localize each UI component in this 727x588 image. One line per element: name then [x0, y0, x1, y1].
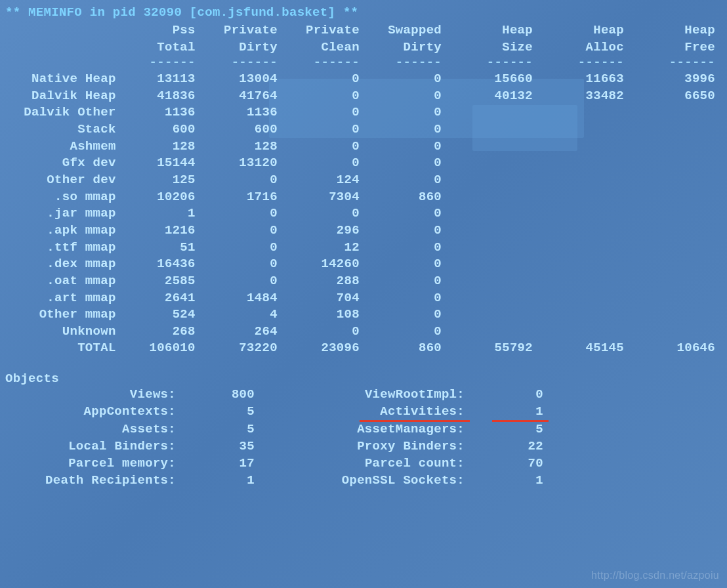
- row-cell: 0: [366, 324, 448, 341]
- row-label: .dex mmap: [5, 256, 120, 273]
- row-cell: [631, 290, 722, 307]
- row-cell: 288: [284, 273, 366, 290]
- row-cell: [448, 104, 539, 121]
- watermark: http://blog.csdn.net/azpoiu: [591, 570, 719, 581]
- object-label: Activities:: [255, 403, 465, 420]
- object-label: Assets:: [5, 421, 176, 438]
- row-label: .so mmap: [5, 189, 120, 206]
- row-cell: 124: [284, 172, 366, 189]
- object-value: 0: [465, 386, 543, 403]
- object-value: 800: [176, 386, 255, 403]
- object-label: AssetManagers:: [255, 421, 465, 438]
- row-cell: 16436: [120, 256, 202, 273]
- row-cell: [539, 121, 631, 138]
- row-cell: 0: [202, 205, 284, 222]
- row-cell: 600: [120, 121, 202, 138]
- row-cell: [539, 104, 631, 121]
- row-cell: 0: [284, 88, 366, 105]
- row-cell: 0: [284, 104, 366, 121]
- row-cell: [448, 189, 539, 206]
- row-cell: 0: [202, 222, 284, 240]
- row-label: Unknown: [5, 324, 120, 341]
- row-label: TOTAL: [5, 340, 120, 357]
- row-cell: 0: [366, 256, 448, 273]
- row-cell: 40132: [448, 88, 539, 105]
- row-label: Native Heap: [5, 71, 120, 88]
- object-label: Death Recipients:: [5, 472, 176, 489]
- row-cell: 2585: [120, 273, 202, 290]
- row-cell: 524: [120, 306, 202, 324]
- objects-title: Objects: [5, 371, 722, 386]
- row-cell: 0: [366, 71, 448, 88]
- objects-row: Parcel memory:17Parcel count:70: [5, 455, 722, 472]
- object-value: 1: [465, 472, 543, 489]
- row-cell: 128: [202, 138, 284, 156]
- objects-row: AppContexts:5Activities:1: [5, 403, 722, 420]
- row-cell: 0: [366, 205, 448, 222]
- row-cell: [448, 205, 539, 222]
- row-cell: 1716: [202, 189, 284, 206]
- meminfo-row: .oat mmap258502880: [5, 273, 722, 290]
- row-label: .apk mmap: [5, 222, 120, 240]
- row-cell: 0: [366, 155, 448, 172]
- row-cell: 0: [366, 240, 448, 257]
- meminfo-row: Dalvik Other1136113600: [5, 104, 722, 121]
- object-label: OpenSSL Sockets:: [255, 472, 465, 489]
- row-cell: 1216: [120, 222, 202, 240]
- row-cell: 0: [202, 172, 284, 189]
- row-cell: 0: [284, 205, 366, 222]
- row-cell: 0: [202, 273, 284, 290]
- row-cell: 0: [366, 222, 448, 240]
- row-cell: 2641: [120, 290, 202, 307]
- separator-row: ------ ------ ------ ------ ------ -----…: [5, 56, 722, 70]
- row-cell: [448, 324, 539, 341]
- object-value: 1: [465, 403, 543, 420]
- row-cell: [539, 138, 631, 156]
- object-label: Local Binders:: [5, 438, 176, 455]
- row-cell: 296: [284, 222, 366, 240]
- row-cell: 1136: [202, 104, 284, 121]
- row-cell: 0: [284, 155, 366, 172]
- row-label: Gfx dev: [5, 155, 120, 172]
- row-cell: [631, 155, 722, 172]
- meminfo-row: Other mmap52441080: [5, 306, 722, 324]
- row-cell: [631, 121, 722, 138]
- row-cell: 0: [366, 88, 448, 105]
- row-cell: 55792: [448, 340, 539, 357]
- row-cell: 0: [366, 121, 448, 138]
- row-label: Other mmap: [5, 306, 120, 324]
- object-value: 70: [465, 455, 543, 472]
- row-cell: 51: [120, 240, 202, 257]
- row-cell: 0: [284, 71, 366, 88]
- meminfo-row: Gfx dev151441312000: [5, 155, 722, 172]
- row-cell: [448, 256, 539, 273]
- row-cell: 0: [284, 324, 366, 341]
- row-cell: 108: [284, 306, 366, 324]
- row-cell: 106010: [120, 340, 202, 357]
- row-cell: 23096: [284, 340, 366, 357]
- object-label: Views:: [5, 386, 176, 403]
- row-cell: 704: [284, 290, 366, 307]
- row-cell: [631, 273, 722, 290]
- object-value: 1: [176, 472, 255, 489]
- meminfo-row: Native Heap13113130040015660116633996: [5, 71, 722, 88]
- row-cell: 0: [366, 306, 448, 324]
- row-cell: [448, 121, 539, 138]
- row-cell: 0: [366, 104, 448, 121]
- objects-row: Local Binders:35Proxy Binders:22: [5, 438, 722, 455]
- row-label: Dalvik Heap: [5, 88, 120, 105]
- row-cell: 264: [202, 324, 284, 341]
- meminfo-row: Dalvik Heap41836417640040132334826650: [5, 88, 722, 105]
- row-cell: 0: [202, 256, 284, 273]
- meminfo-row: .ttf mmap510120: [5, 240, 722, 257]
- object-value: 5: [465, 421, 543, 438]
- row-cell: 7304: [284, 189, 366, 206]
- object-label: Parcel count:: [255, 455, 465, 472]
- row-cell: 14260: [284, 256, 366, 273]
- row-cell: 41764: [202, 88, 284, 105]
- header-row-2: Total Dirty Clean Dirty Size Alloc Free: [5, 39, 722, 56]
- row-cell: 0: [366, 172, 448, 189]
- row-cell: [539, 306, 631, 324]
- row-label: Ashmem: [5, 138, 120, 156]
- row-cell: [631, 104, 722, 121]
